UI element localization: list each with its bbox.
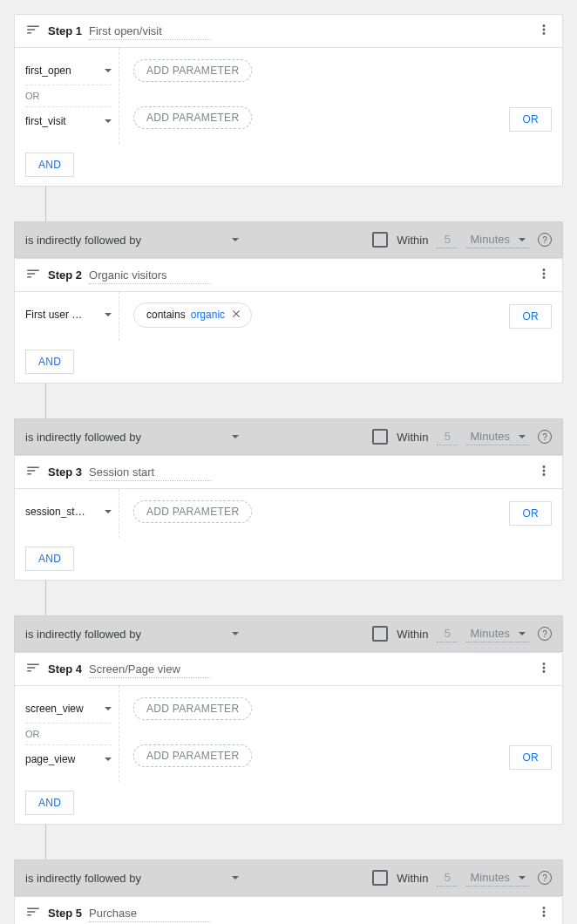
event-selector[interactable]: screen_view bbox=[25, 696, 112, 721]
step-header: Step 1First open/visit bbox=[15, 15, 562, 48]
event-column: session_st… bbox=[15, 489, 119, 538]
help-icon[interactable]: ? bbox=[538, 627, 552, 641]
event-selector[interactable]: session_st… bbox=[25, 499, 112, 524]
step-footer: AND bbox=[15, 144, 562, 186]
step-card: Step 3Session startsession_st…ADD PARAME… bbox=[14, 455, 563, 581]
param-column: contains organicOR bbox=[119, 292, 562, 341]
chevron-down-icon[interactable] bbox=[232, 238, 239, 241]
param-row: ADD PARAMETER bbox=[133, 696, 552, 721]
chevron-down-icon[interactable] bbox=[105, 510, 112, 513]
event-name: first_open bbox=[25, 65, 71, 77]
param-column: ADD PARAMETERADD PARAMETEROR bbox=[119, 48, 562, 144]
event-name: screen_view bbox=[25, 703, 84, 715]
chevron-down-icon[interactable] bbox=[232, 632, 239, 635]
within-checkbox[interactable] bbox=[372, 870, 388, 886]
param-row: contains organic bbox=[133, 302, 552, 327]
step-menu-icon[interactable] bbox=[536, 22, 552, 40]
param-column: ADD PARAMETEROR bbox=[119, 489, 562, 538]
step-body: first_openORfirst_visitADD PARAMETERADD … bbox=[15, 48, 562, 144]
followed-by-bar: is indirectly followed byWithin5Minutes? bbox=[14, 418, 563, 455]
event-selector[interactable]: page_view bbox=[25, 747, 112, 771]
or-button[interactable]: OR bbox=[509, 745, 552, 770]
followed-by-select[interactable]: is indirectly followed by bbox=[25, 431, 239, 444]
or-button[interactable]: OR bbox=[509, 107, 552, 132]
add-parameter-button[interactable]: ADD PARAMETER bbox=[133, 500, 252, 523]
chevron-down-icon[interactable] bbox=[105, 69, 112, 72]
help-icon[interactable]: ? bbox=[538, 430, 552, 444]
step-card: Step 5PurchasepurchaseORin_app_pur…ADD P… bbox=[14, 896, 563, 924]
followed-by-select[interactable]: is indirectly followed by bbox=[25, 872, 239, 885]
followed-by-select[interactable]: is indirectly followed by bbox=[25, 234, 239, 247]
step-label: Step 4 bbox=[48, 662, 82, 676]
chevron-down-icon[interactable] bbox=[232, 876, 239, 880]
within-checkbox[interactable] bbox=[372, 429, 388, 445]
step-footer: AND bbox=[15, 782, 562, 824]
or-button[interactable]: OR bbox=[509, 501, 552, 526]
step-card: Step 2Organic visitorsFirst user …contai… bbox=[14, 258, 563, 384]
step-name-input[interactable]: Session start bbox=[89, 464, 211, 481]
or-button[interactable]: OR bbox=[509, 304, 552, 329]
step-name-input[interactable]: Screen/Page view bbox=[89, 661, 211, 678]
and-button[interactable]: AND bbox=[25, 350, 74, 374]
sort-icon[interactable] bbox=[25, 22, 48, 40]
within-group: Within5Minutes? bbox=[372, 869, 552, 887]
within-label: Within bbox=[397, 431, 428, 444]
chevron-down-icon[interactable] bbox=[519, 876, 526, 880]
within-number-input[interactable]: 5 bbox=[437, 231, 458, 248]
within-unit-select[interactable]: Minutes bbox=[466, 428, 529, 445]
event-selector[interactable]: first_open bbox=[25, 58, 112, 83]
step-menu-icon[interactable] bbox=[536, 463, 552, 481]
within-unit-select[interactable]: Minutes bbox=[466, 869, 529, 887]
add-parameter-button[interactable]: ADD PARAMETER bbox=[133, 59, 252, 82]
within-checkbox[interactable] bbox=[372, 626, 388, 642]
param-column: ADD PARAMETERADD PARAMETEROR bbox=[119, 686, 562, 782]
sort-icon[interactable] bbox=[25, 266, 48, 284]
and-button[interactable]: AND bbox=[25, 547, 74, 571]
step-menu-icon[interactable] bbox=[536, 904, 552, 922]
event-selector[interactable]: First user … bbox=[25, 302, 112, 327]
close-icon[interactable] bbox=[230, 308, 242, 323]
step-name-input[interactable]: Organic visitors bbox=[89, 267, 211, 284]
step-body: First user …contains organicOR bbox=[15, 292, 562, 341]
chevron-down-icon[interactable] bbox=[105, 707, 112, 710]
step-name-input[interactable]: First open/visit bbox=[89, 23, 211, 40]
sort-icon[interactable] bbox=[25, 463, 48, 481]
and-button[interactable]: AND bbox=[25, 791, 74, 815]
chevron-down-icon[interactable] bbox=[105, 119, 112, 123]
add-parameter-button[interactable]: ADD PARAMETER bbox=[133, 106, 252, 129]
step-header: Step 4Screen/Page view bbox=[15, 653, 562, 686]
step-footer: AND bbox=[15, 341, 562, 383]
chevron-down-icon[interactable] bbox=[519, 238, 526, 241]
within-unit-select[interactable]: Minutes bbox=[466, 231, 529, 248]
within-checkbox[interactable] bbox=[372, 232, 388, 248]
event-name: page_view bbox=[25, 753, 75, 765]
add-parameter-button[interactable]: ADD PARAMETER bbox=[133, 697, 252, 720]
chevron-down-icon[interactable] bbox=[105, 758, 112, 761]
chevron-down-icon[interactable] bbox=[519, 435, 526, 438]
event-selector[interactable]: first_visit bbox=[25, 109, 112, 133]
within-number-input[interactable]: 5 bbox=[437, 625, 458, 642]
within-group: Within5Minutes? bbox=[372, 428, 552, 445]
within-number-input[interactable]: 5 bbox=[437, 869, 458, 887]
sort-icon[interactable] bbox=[25, 904, 48, 922]
chevron-down-icon[interactable] bbox=[232, 435, 239, 438]
step-header: Step 5Purchase bbox=[15, 897, 562, 924]
param-chip[interactable]: contains organic bbox=[133, 302, 252, 328]
chevron-down-icon[interactable] bbox=[519, 632, 526, 635]
followed-by-select[interactable]: is indirectly followed by bbox=[25, 628, 239, 641]
param-row: ADD PARAMETER bbox=[133, 744, 552, 768]
or-text: OR bbox=[25, 725, 112, 743]
help-icon[interactable]: ? bbox=[538, 233, 552, 247]
step-menu-icon[interactable] bbox=[536, 660, 552, 678]
add-parameter-button[interactable]: ADD PARAMETER bbox=[133, 744, 252, 767]
help-icon[interactable]: ? bbox=[538, 871, 552, 885]
and-button[interactable]: AND bbox=[25, 153, 74, 177]
within-number-input[interactable]: 5 bbox=[437, 428, 458, 445]
sort-icon[interactable] bbox=[25, 660, 48, 678]
chevron-down-icon[interactable] bbox=[105, 313, 112, 316]
within-unit-select[interactable]: Minutes bbox=[466, 625, 529, 642]
step-name-input[interactable]: Purchase bbox=[89, 905, 211, 922]
connector-line bbox=[45, 825, 46, 842]
event-column: screen_viewORpage_view bbox=[15, 686, 119, 782]
step-menu-icon[interactable] bbox=[536, 266, 552, 284]
